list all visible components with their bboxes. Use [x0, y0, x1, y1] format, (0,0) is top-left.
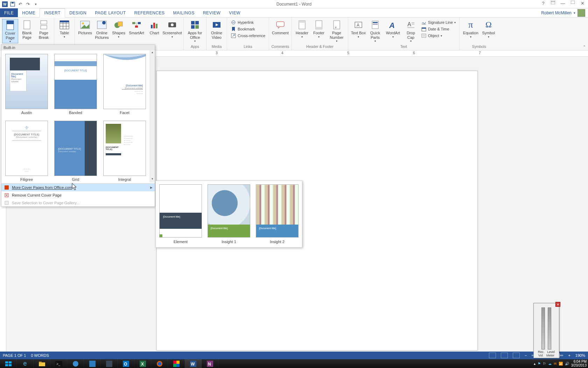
cover-page-button[interactable]: Cover Page▾ [2, 19, 18, 43]
tab-view[interactable]: VIEW [225, 8, 245, 17]
start-button[interactable] [0, 359, 17, 368]
taskbar-app4-icon[interactable] [168, 359, 185, 368]
tray-shield-icon[interactable]: ⚑ [538, 362, 541, 366]
cross-reference-button[interactable]: Cross-reference [229, 33, 267, 39]
redo-icon[interactable]: ↷ [24, 1, 31, 8]
read-mode-icon[interactable] [489, 353, 496, 358]
symbol-button[interactable]: ΩSymbol▾ [481, 19, 497, 38]
taskbar-clock[interactable]: 6:04 PM3/20/2013 [571, 360, 587, 367]
header-button[interactable]: Header▾ [294, 19, 310, 38]
print-layout-icon[interactable] [501, 353, 508, 358]
gallery-item-integral[interactable]: [DOCUMENT TITLE]—————— — — —— — —— — — —… [103, 121, 146, 182]
apps-for-office-button[interactable]: Apps for Office▾ [186, 19, 204, 43]
word-app-icon[interactable]: W [1, 1, 8, 8]
smartart-button[interactable]: SmartArt [127, 19, 146, 35]
gallery-item-filigree[interactable]: [DOCUMENT TITLE][Document subtitle]— — —… [5, 121, 48, 182]
svg-rect-76 [89, 361, 96, 367]
text-box-button[interactable]: AText Box▾ [350, 19, 366, 38]
tray-flag-icon[interactable]: ⚐ [543, 362, 546, 366]
chart-button[interactable]: Chart [146, 19, 162, 35]
svg-rect-10 [41, 21, 47, 24]
taskbar-onenote-icon[interactable]: N [202, 359, 218, 368]
qat-dropdown-icon[interactable]: ▾ [32, 1, 39, 8]
gallery-item-austin[interactable]: [Document title][Document subtitle] Aust… [5, 54, 48, 115]
zoom-level[interactable]: 190% [575, 353, 585, 358]
pictures-button[interactable]: Pictures [77, 19, 93, 35]
date-time-button[interactable]: Date & Time [420, 26, 457, 32]
tray-outlook-icon[interactable]: ✉ [554, 362, 556, 366]
maximize-icon[interactable] [568, 0, 578, 8]
tab-file[interactable]: FILE [0, 8, 18, 17]
comment-button[interactable]: Comment [271, 19, 289, 35]
collapse-ribbon-icon[interactable]: ⌃ [583, 45, 586, 49]
drop-cap-button[interactable]: ADrop Cap▾ [403, 19, 419, 43]
svg-rect-85 [176, 361, 180, 364]
account-area[interactable]: Robert McMillen ▾ [541, 8, 585, 17]
zoom-in-icon[interactable]: + [568, 353, 570, 358]
gallery-menu: More Cover Pages from Office.com ▶ Remov… [1, 183, 155, 207]
tray-cloud-icon[interactable]: ☁ [548, 362, 552, 366]
taskbar-excel-icon[interactable]: X [134, 359, 151, 368]
tab-references[interactable]: REFERENCES [130, 8, 169, 17]
zoom-out-icon[interactable]: − [525, 353, 527, 358]
table-button[interactable]: Table▾ [56, 19, 72, 38]
taskbar-word-icon[interactable]: W [185, 359, 202, 368]
save-icon[interactable] [9, 1, 16, 8]
footer-button[interactable]: Footer▾ [311, 19, 327, 38]
gallery-item-banded[interactable]: [DOCUMENT TITLE] Banded [54, 54, 97, 115]
shapes-button[interactable]: Shapes▾ [111, 19, 127, 38]
gallery-scrollbar[interactable]: ▴ ▾ [150, 50, 155, 183]
tray-volume-icon[interactable]: 🔊 [565, 362, 569, 366]
page-number-button[interactable]: #Page Number▾ [328, 19, 346, 43]
taskbar-firefox-icon[interactable] [151, 359, 168, 368]
user-dropdown-icon[interactable]: ▾ [574, 11, 575, 15]
recording-level-meter[interactable]: ✕ Rec.Level Vol.Meter [533, 303, 559, 358]
help-icon[interactable]: ? [538, 0, 548, 8]
gallery-item-grid[interactable]: [DOCUMENT TITLE][Document subtitle] Grid [54, 121, 97, 182]
word-count[interactable]: 0 WORDS [31, 353, 49, 358]
object-button[interactable]: Object ▾ [420, 33, 457, 39]
quick-access-toolbar: W ↶ ↷ ▾ [0, 1, 39, 8]
minimize-icon[interactable]: — [558, 0, 568, 8]
recmeter-close-icon[interactable]: ✕ [555, 302, 560, 307]
tab-home[interactable]: HOME [18, 8, 40, 17]
tab-mailings[interactable]: MAILINGS [169, 8, 199, 17]
web-layout-icon[interactable] [513, 353, 520, 358]
page-break-button[interactable]: Page Break [36, 19, 52, 40]
tray-up-icon[interactable]: ▴ [534, 362, 536, 366]
save-to-gallery-item: Save Selection to Cover Page Gallery... [1, 199, 155, 207]
taskbar-app1-icon[interactable] [67, 359, 84, 368]
taskbar-outlook-icon[interactable]: O [118, 359, 134, 368]
taskbar-cmd-icon[interactable]: >_ [50, 359, 67, 368]
gallery-item-facet[interactable]: [Document title][Document subtitle]— — —… [103, 54, 146, 115]
online-video-button[interactable]: Online Video [209, 19, 225, 40]
quick-parts-button[interactable]: Quick Parts▾ [367, 19, 383, 43]
ribbon-display-icon[interactable] [548, 0, 558, 8]
equation-button[interactable]: πEquation▾ [462, 19, 480, 38]
more-cover-pages-item[interactable]: More Cover Pages from Office.com ▶ [1, 184, 155, 191]
page-indicator[interactable]: PAGE 1 OF 1 [3, 353, 26, 358]
bookmark-button[interactable]: Bookmark [229, 26, 267, 32]
tab-design[interactable]: DESIGN [65, 8, 91, 17]
taskbar-app2-icon[interactable] [84, 359, 101, 368]
wordart-button[interactable]: AWordArt▾ [384, 19, 402, 38]
taskbar-app3-icon[interactable] [101, 359, 118, 368]
remove-cover-page-item[interactable]: Remove Current Cover Page [1, 191, 155, 199]
tab-page-layout[interactable]: PAGE LAYOUT [91, 8, 130, 17]
submenu-item-insight1[interactable]: [Document title] Insight 1 [208, 184, 250, 244]
tab-review[interactable]: REVIEW [199, 8, 225, 17]
close-icon[interactable]: ✕ [578, 0, 587, 8]
blank-page-button[interactable]: Blank Page [19, 19, 35, 40]
avatar[interactable] [578, 9, 585, 17]
taskbar-ie-icon[interactable]: e [17, 359, 34, 368]
hyperlink-button[interactable]: Hyperlink [229, 19, 267, 26]
tray-network-icon[interactable]: 📶 [559, 362, 563, 366]
undo-icon[interactable]: ↶ [17, 1, 24, 8]
submenu-item-insight2[interactable]: [Document title] Insight 2 [256, 184, 299, 244]
taskbar-explorer-icon[interactable] [34, 359, 50, 368]
signature-line-button[interactable]: Signature Line ▾ [420, 19, 457, 26]
tab-insert[interactable]: INSERT [40, 8, 65, 17]
online-pictures-button[interactable]: Online Pictures [94, 19, 110, 40]
screenshot-button[interactable]: Screenshot▾ [163, 19, 181, 38]
submenu-item-element[interactable]: [Document title] Element [159, 184, 202, 244]
